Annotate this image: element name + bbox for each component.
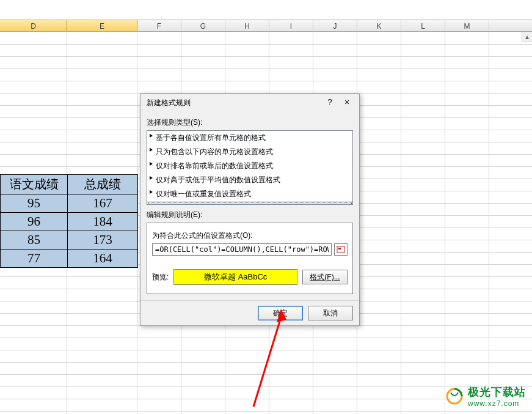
column-header[interactable]: F xyxy=(137,20,181,31)
table-cell[interactable]: 85 xyxy=(1,231,68,250)
new-format-rule-dialog: 新建格式规则 ? × 选择规则类型(S): 基于各自值设置所有单元格的格式只为包… xyxy=(140,94,360,326)
watermark-name: 极光下载站 xyxy=(468,385,526,399)
rule-type-item[interactable]: 仅对排名靠前或靠后的数值设置格式 xyxy=(147,159,352,173)
range-selector-icon xyxy=(337,246,345,253)
rule-type-list[interactable]: 基于各自值设置所有单元格的格式只为包含以下内容的单元格设置格式仅对排名靠前或靠后… xyxy=(147,130,353,205)
table-header[interactable]: 语文成绩 xyxy=(1,175,68,194)
rule-type-item[interactable]: 仅对唯一值或重复值设置格式 xyxy=(147,187,352,201)
close-button[interactable]: × xyxy=(338,97,355,109)
help-button[interactable]: ? xyxy=(321,97,338,109)
preview-label: 预览: xyxy=(152,272,169,283)
column-header[interactable]: L xyxy=(401,20,445,31)
range-selector-button[interactable] xyxy=(334,243,348,256)
svg-rect-1 xyxy=(338,248,341,250)
table-cell[interactable]: 173 xyxy=(68,231,138,250)
table-cell[interactable]: 77 xyxy=(1,250,68,268)
scroll-up-button[interactable]: ▴ xyxy=(522,32,532,42)
data-table: 语文成绩 总成绩 95 167 96 184 85 173 77 164 xyxy=(0,174,138,268)
watermark-url: www.xz7.com xyxy=(468,399,526,408)
column-header[interactable]: E xyxy=(67,20,137,31)
watermark-globe-icon xyxy=(445,386,464,406)
rule-description-box: 为符合此公式的值设置格式(O): 预览: 微软卓越 AaBbCc 格式(F)..… xyxy=(147,223,353,294)
rule-type-item[interactable]: 仅对高于或低于平均值的数值设置格式 xyxy=(147,173,352,187)
column-header[interactable]: J xyxy=(313,20,357,31)
table-cell[interactable]: 164 xyxy=(68,250,138,268)
table-cell[interactable]: 95 xyxy=(1,194,68,213)
rule-type-item[interactable]: 使用公式确定要设置格式的单元格 xyxy=(147,201,352,205)
ok-button[interactable]: 确定 xyxy=(258,306,303,320)
table-header[interactable]: 总成绩 xyxy=(68,175,138,194)
formula-input[interactable] xyxy=(152,243,332,256)
cancel-button[interactable]: 取消 xyxy=(308,306,353,320)
watermark: 极光下载站 www.xz7.com xyxy=(445,385,526,408)
column-header[interactable]: D xyxy=(0,20,67,31)
dialog-titlebar[interactable]: 新建格式规则 ? × xyxy=(140,94,359,111)
column-header[interactable]: H xyxy=(225,20,269,31)
rule-type-item[interactable]: 基于各自值设置所有单元格的格式 xyxy=(147,131,352,145)
format-values-label: 为符合此公式的值设置格式(O): xyxy=(152,231,348,241)
column-header[interactable]: M xyxy=(445,20,489,31)
dialog-button-row: 确定 取消 xyxy=(140,300,359,325)
dialog-title-text: 新建格式规则 xyxy=(147,98,321,108)
column-header[interactable]: G xyxy=(181,20,225,31)
edit-rule-desc-label: 编辑规则说明(E): xyxy=(147,210,353,220)
column-header[interactable]: I xyxy=(269,20,313,31)
column-header-row: DEFGHIJKLM xyxy=(0,20,532,32)
column-header[interactable]: K xyxy=(357,20,401,31)
table-cell[interactable]: 96 xyxy=(1,213,68,231)
table-cell[interactable]: 167 xyxy=(68,194,138,213)
format-preview: 微软卓越 AaBbCc xyxy=(173,269,297,285)
table-cell[interactable]: 184 xyxy=(68,213,138,231)
format-button[interactable]: 格式(F)... xyxy=(302,270,348,284)
select-rule-type-label: 选择规则类型(S): xyxy=(147,117,353,128)
rule-type-item[interactable]: 只为包含以下内容的单元格设置格式 xyxy=(147,145,352,159)
